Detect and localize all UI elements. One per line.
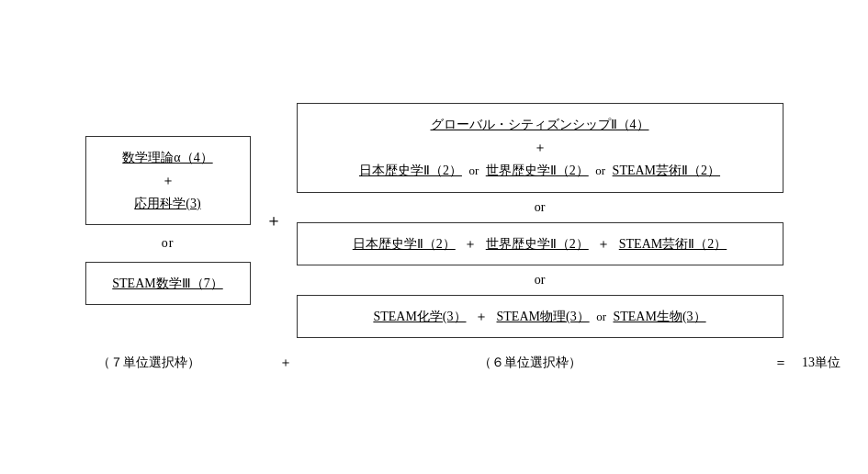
right-box3-line1c: STEAM生物(3） xyxy=(613,310,705,323)
footer-row: （７単位選択枠） ＋ （６単位選択枠） ＝ 13単位 xyxy=(28,355,840,371)
left-box1-plus: ＋ xyxy=(101,169,235,192)
footer-plus: ＋ xyxy=(270,355,301,371)
right-box1-plus: ＋ xyxy=(312,136,768,159)
left-box1-line2-text: 応用科学(3) xyxy=(134,197,200,210)
right-box2-inline-plus1: ＋ xyxy=(464,237,477,251)
left-box2-line1: STEAM数学Ⅲ（7） xyxy=(101,272,235,295)
left-box-group: 数学理論α（4） ＋ 応用科学(3) or STEAM数学Ⅲ（7） xyxy=(85,136,251,306)
left-box1-line2: 応用科学(3) xyxy=(101,192,235,215)
right-box1-inline-or2: or xyxy=(595,164,605,177)
footer-result: 13単位 xyxy=(802,355,840,371)
footer-left-label: （７単位選択枠） xyxy=(28,355,270,371)
right-box-2: 日本歴史学Ⅱ（2） ＋ 世界歴史学Ⅱ（2） ＋ STEAM芸術Ⅱ（2） xyxy=(297,222,783,265)
right-box1-line1: グローバル・シティズンシップⅡ（4） xyxy=(312,113,768,136)
left-box2-line1-text: STEAM数学Ⅲ（7） xyxy=(112,276,222,290)
right-box1-line2b: 世界歴史学Ⅱ（2） xyxy=(486,164,589,177)
right-box3-inline-plus1: ＋ xyxy=(475,310,488,323)
left-box-2: STEAM数学Ⅲ（7） xyxy=(85,262,251,305)
right-box3-inline-or: or xyxy=(596,310,606,323)
left-section: 数学理論α（4） ＋ 応用科学(3) or STEAM数学Ⅲ（7） xyxy=(85,136,251,306)
right-box1-line2a: 日本歴史学Ⅱ（2） xyxy=(359,164,462,177)
right-box-3: STEAM化学(3） ＋ STEAM物理(3） or STEAM生物(3） xyxy=(297,295,783,338)
right-box-1: グローバル・シティズンシップⅡ（4） ＋ 日本歴史学Ⅱ（2） or 世界歴史学Ⅱ… xyxy=(297,103,783,193)
left-or-label: or xyxy=(151,232,186,254)
left-box-1: 数学理論α（4） ＋ 応用科学(3) xyxy=(85,136,251,226)
right-or-2: or xyxy=(535,271,546,289)
right-box2-line1c: STEAM芸術Ⅱ（2） xyxy=(619,237,727,251)
right-box2-inline-plus2: ＋ xyxy=(597,237,610,251)
right-or-1: or xyxy=(535,198,546,217)
left-box1-line1: 数学理論α（4） xyxy=(101,146,235,169)
right-box2-line1a: 日本歴史学Ⅱ（2） xyxy=(353,237,456,251)
right-section: グローバル・シティズンシップⅡ（4） ＋ 日本歴史学Ⅱ（2） or 世界歴史学Ⅱ… xyxy=(297,103,783,338)
right-box3-line1b: STEAM物理(3） xyxy=(497,310,590,323)
right-box3-line1a: STEAM化学(3） xyxy=(373,310,466,323)
right-box2-line1b: 世界歴史学Ⅱ（2） xyxy=(486,237,589,251)
right-box1-line2c: STEAM芸術Ⅱ（2） xyxy=(613,164,720,177)
right-box2-line1: 日本歴史学Ⅱ（2） ＋ 世界歴史学Ⅱ（2） ＋ STEAM芸術Ⅱ（2） xyxy=(312,232,768,255)
left-box1-line1-text: 数学理論α（4） xyxy=(122,151,212,164)
footer-equals: ＝ xyxy=(760,355,802,371)
right-box1-line1-text: グローバル・シティズンシップⅡ（4） xyxy=(431,118,649,131)
center-plus: ＋ xyxy=(251,209,297,231)
right-box3-line1: STEAM化学(3） ＋ STEAM物理(3） or STEAM生物(3） xyxy=(312,305,768,328)
right-box1-inline-or1: or xyxy=(468,164,479,177)
footer-right-label: （６単位選択枠） xyxy=(301,355,760,371)
main-layout: 数学理論α（4） ＋ 応用科学(3) or STEAM数学Ⅲ（7） ＋ グ xyxy=(28,103,840,338)
right-box1-line2: 日本歴史学Ⅱ（2） or 世界歴史学Ⅱ（2） or STEAM芸術Ⅱ（2） xyxy=(312,159,768,182)
